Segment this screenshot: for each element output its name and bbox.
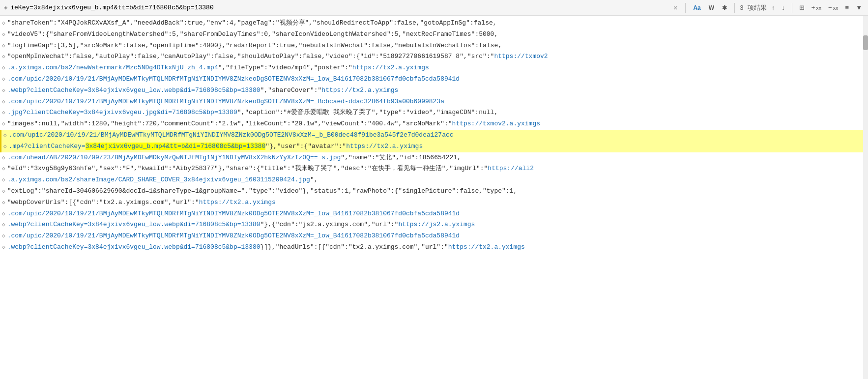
line-arrow: ◇ — [3, 142, 7, 151]
code-line: ◇"logTimeGap":[3,5],"srcNoMark":false,"o… — [0, 40, 868, 52]
scrollbar-thumb[interactable] — [863, 35, 868, 50]
line-content: "openMpInWechat":false,"autoPlay":false,… — [7, 52, 864, 62]
code-text: ","fileType":"video/mp4","poster":" — [218, 64, 352, 71]
code-line: ◇.webp?clientCacheKey=3x84ejxivx6vgeu_lo… — [0, 219, 868, 231]
line-content: "videoV5":{"shareFromVideoLengthWatershe… — [7, 29, 864, 40]
line-arrow: ◇ — [2, 97, 5, 107]
code-link[interactable]: .com/upic/2020/10/19/21/BMjAyMDEwMTkyMTQ… — [9, 131, 454, 139]
code-line: ◇.webp?clientCacheKey=3x84ejxivx6vgeu_lo… — [0, 242, 868, 253]
code-line: ◇.jpg?clientCacheKey=3x84ejxivx6vgeu.jpg… — [0, 107, 868, 118]
code-line: ◇.com/upic/2020/10/19/21/BMjAyMDEwMTkyMT… — [0, 208, 868, 220]
code-link[interactable]: .com/uhead/AB/2020/10/09/23/BMjAyMDEwMDk… — [7, 154, 341, 161]
code-line: ◇"images":null,"width":1280,"height":720… — [0, 118, 868, 130]
scrollbar-track — [863, 16, 868, 379]
code-line: ◇"eId":"3xvg58g9y63nhfe","sex":"F","kwai… — [0, 163, 868, 175]
code-line: ◇.a.yximgs.com/bs2/newWatermark/Mzc5NDg4… — [0, 62, 868, 74]
line-arrow: ◇ — [3, 130, 7, 140]
code-line: ◇"openMpInWechat":false,"autoPlay":false… — [0, 51, 868, 62]
line-content: "webpCoverUrls":[{"cdn":"tx2.a.yximgs.co… — [7, 198, 864, 208]
next-result-button[interactable]: ↓ — [780, 3, 787, 12]
code-link[interactable]: .a.yximgs.com/bs2/newWatermark/Mzc5NDg4O… — [7, 64, 218, 71]
code-link[interactable]: .webp?clientCacheKey=3x84ejxivx6vgeu_low… — [7, 221, 260, 228]
divider-2 — [734, 3, 735, 13]
line-content: .com/upic/2020/10/19/21/BMjAyMDEwMTkyMTQ… — [9, 130, 864, 141]
code-link[interactable]: https://ali2 — [488, 165, 534, 172]
font-button[interactable]: Aa — [691, 3, 703, 12]
code-link[interactable]: .mp4?clientCacheKey=3x84ejxivx6vgeu_b.mp… — [9, 143, 266, 150]
line-arrow: ◇ — [2, 186, 5, 196]
code-link[interactable]: .com/upic/2020/10/19/21/BMjAyMDEwMTkyMTQ… — [7, 210, 460, 217]
code-link[interactable]: .jpg?clientCacheKey=3x84ejxivx6vgeu.jpg&… — [7, 109, 237, 116]
code-text: "logTimeGap":[3,5],"srcNoMark":false,"op… — [7, 42, 502, 49]
code-link[interactable]: https://tx2.a.yximgs — [448, 243, 525, 251]
code-text: "videoV5":{"shareFromVideoLengthWatershe… — [7, 30, 498, 38]
star-button[interactable]: ✱ — [720, 3, 729, 12]
code-link[interactable]: https://js2.a.yximgs — [398, 221, 475, 228]
code-text: "shareToken":"X4PQJokRCXvAXsf_A","needAd… — [7, 19, 497, 27]
code-link[interactable]: .com/upic/2020/10/19/21/BMjAyMDEwMTkyMTQ… — [7, 98, 444, 105]
code-line: ◇.com/upic/2020/10/19/21/BMjAyMDEwMTkyMT… — [0, 96, 868, 108]
line-arrow: ◇ — [2, 209, 5, 219]
code-link[interactable]: .com/upic/2020/10/19/21/BMjAyMDEwMTkyMTQ… — [7, 232, 460, 239]
close-search-button[interactable]: × — [670, 3, 680, 13]
code-link[interactable]: https://tx2.a.yximgs — [199, 199, 276, 206]
code-text: ","caption":"#爱音乐爱唱歌 我来晚了哭了","type":"vid… — [237, 109, 498, 116]
line-content: .com/upic/2020/10/19/21/BMjAyMDEwMTkyMTQ… — [7, 97, 864, 107]
code-link[interactable]: https://txmov2.a.yximgs — [452, 120, 540, 127]
code-link[interactable]: https://tx2.a.yximgs — [352, 64, 429, 71]
line-arrow: ◇ — [2, 231, 5, 241]
code-line: ◇"videoV5":{"shareFromVideoLengthWatersh… — [0, 29, 868, 40]
line-arrow: ◇ — [2, 164, 5, 174]
code-text: ", — [310, 176, 318, 183]
code-line: ◇.com/upic/2020/10/19/21/BMjAyMDEwMTkyMT… — [0, 130, 868, 141]
code-line: ◇.com/upic/2020/10/19/21/BMjAyMDEwMTkyMT… — [0, 74, 868, 85]
code-link[interactable]: https://tx2.a.yximgs — [346, 143, 423, 150]
line-arrow: ◇ — [2, 86, 5, 95]
code-text: "},"user":{"avatar":" — [265, 143, 346, 150]
line-content: .com/upic/2020/10/19/21/BMjAyMDEwMTkyMTQ… — [7, 74, 864, 85]
code-link[interactable]: .webp?clientCacheKey=3x84ejxivx6vgeu_low… — [7, 243, 260, 251]
code-text: "eId":"3xvg58g9y63nhfe","sex":"F","kwaiI… — [7, 165, 488, 172]
divider-3 — [792, 3, 792, 13]
code-line: ◇"extLog":"shareId=304606629690&docId=1&… — [0, 186, 868, 197]
line-content: "images":null,"width":1280,"height":720,… — [7, 119, 864, 129]
line-arrow: ◇ — [2, 74, 5, 84]
prev-result-button[interactable]: ↑ — [770, 3, 777, 12]
code-link[interactable]: .a.yximgs.com/bs2/shareImage/CARD_SHARE_… — [7, 176, 310, 183]
line-content: "logTimeGap":[3,5],"srcNoMark":false,"op… — [7, 41, 864, 51]
line-arrow: ◇ — [2, 108, 5, 117]
line-content: "shareToken":"X4PQJokRCXvAXsf_A","needAd… — [7, 18, 864, 29]
code-line: ◇"shareToken":"X4PQJokRCXvAXsf_A","needA… — [0, 18, 868, 29]
line-content: .jpg?clientCacheKey=3x84ejxivx6vgeu.jpg&… — [7, 108, 864, 118]
code-link[interactable]: .com/upic/2020/10/19/21/BMjAyMDEwMTkyMTQ… — [7, 75, 460, 83]
line-content: .webp?clientCacheKey=3x84ejxivx6vgeu_low… — [7, 242, 864, 253]
line-arrow: ◇ — [2, 119, 5, 129]
filter-button[interactable]: ▼ — [854, 3, 864, 12]
code-line: ◇.webp?clientCacheKey=3x84ejxivx6vgeu_lo… — [0, 85, 868, 96]
line-content: .a.yximgs.com/bs2/newWatermark/Mzc5NDg4O… — [7, 63, 864, 73]
line-arrow: ◇ — [2, 175, 5, 185]
code-link[interactable]: https://txmov2 — [494, 53, 548, 60]
code-text: "images":null,"width":1280,"height":720,… — [7, 120, 452, 127]
sub-line-button[interactable]: −xx — [826, 3, 840, 12]
line-content: .mp4?clientCacheKey=3x84ejxivx6vgeu_b.mp… — [9, 142, 864, 152]
word-button[interactable]: W — [706, 3, 717, 12]
copy-button[interactable]: ⊞ — [797, 3, 807, 12]
line-content: "extLog":"shareId=304606629690&docId=1&s… — [7, 186, 864, 197]
wrap-button[interactable]: ≡ — [843, 3, 851, 12]
code-text: "extLog":"shareId=304606629690&docId=1&s… — [7, 187, 518, 195]
code-text: "openMpInWechat":false,"autoPlay":false,… — [7, 53, 494, 60]
code-text: }]},"headUrls":[{"cdn":"tx2.a.yximgs.com… — [260, 243, 448, 251]
search-input[interactable] — [10, 4, 667, 11]
add-line-button[interactable]: +xx — [810, 3, 823, 12]
code-link[interactable]: .webp?clientCacheKey=3x84ejxivx6vgeu_low… — [7, 87, 260, 94]
code-link[interactable]: https://tx2.a.yximgs — [321, 87, 398, 94]
toolbar: ◈ × Aa W ✱ 3 项结果 ↑ ↓ ⊞ +xx −xx ≡ ▼ — [0, 0, 868, 16]
code-text: "webpCoverUrls":[{"cdn":"tx2.a.yximgs.co… — [7, 199, 199, 206]
line-content: .webp?clientCacheKey=3x84ejxivx6vgeu_low… — [7, 86, 864, 96]
line-arrow: ◇ — [2, 29, 5, 39]
code-line: ◇.com/upic/2020/10/19/21/BMjAyMDEwMTkyMT… — [0, 231, 868, 242]
line-arrow: ◇ — [2, 41, 5, 51]
code-line: ◇.com/uhead/AB/2020/10/09/23/BMjAyMDEwMD… — [0, 152, 868, 164]
line-arrow: ◇ — [2, 242, 5, 252]
